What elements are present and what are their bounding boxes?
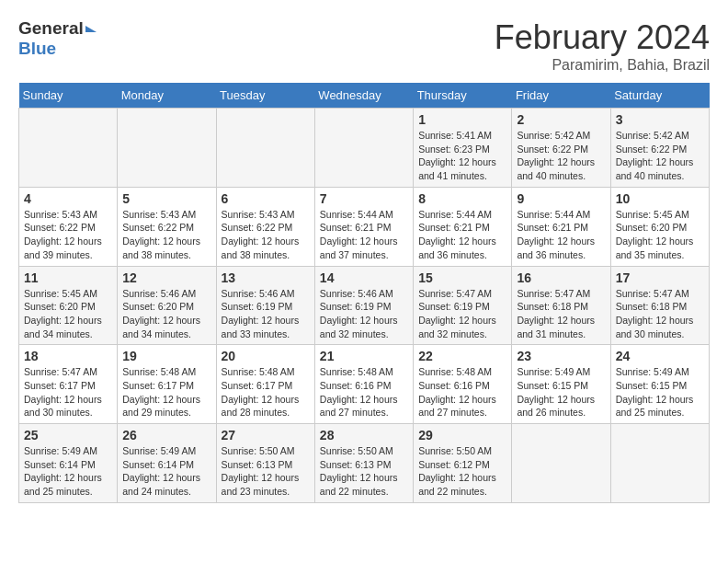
logo-general-text: General <box>18 18 97 39</box>
calendar-week-2: 4Sunrise: 5:43 AM Sunset: 6:22 PM Daylig… <box>19 187 710 266</box>
calendar-cell: 24Sunrise: 5:49 AM Sunset: 6:15 PM Dayli… <box>610 345 709 424</box>
day-info: Sunrise: 5:44 AM Sunset: 6:21 PM Dayligh… <box>418 208 506 262</box>
day-info: Sunrise: 5:47 AM Sunset: 6:18 PM Dayligh… <box>517 287 605 341</box>
day-number: 7 <box>320 191 408 206</box>
day-number: 9 <box>517 191 605 206</box>
calendar-cell: 7Sunrise: 5:44 AM Sunset: 6:21 PM Daylig… <box>314 187 413 266</box>
day-info: Sunrise: 5:43 AM Sunset: 6:22 PM Dayligh… <box>222 208 310 262</box>
day-number: 23 <box>517 349 605 363</box>
calendar-week-3: 11Sunrise: 5:45 AM Sunset: 6:20 PM Dayli… <box>19 266 710 345</box>
calendar-cell: 4Sunrise: 5:43 AM Sunset: 6:22 PM Daylig… <box>19 187 118 266</box>
day-info: Sunrise: 5:45 AM Sunset: 6:20 PM Dayligh… <box>616 208 704 262</box>
calendar-cell: 10Sunrise: 5:45 AM Sunset: 6:20 PM Dayli… <box>610 187 709 266</box>
calendar-cell: 9Sunrise: 5:44 AM Sunset: 6:21 PM Daylig… <box>512 187 610 266</box>
day-number: 11 <box>24 270 112 285</box>
weekday-header-tuesday: Tuesday <box>216 83 314 109</box>
day-number: 28 <box>320 428 408 442</box>
calendar-week-5: 25Sunrise: 5:49 AM Sunset: 6:14 PM Dayli… <box>19 424 710 503</box>
day-number: 15 <box>418 270 506 285</box>
page-header: General Blue February 2024 Paramirim, Ba… <box>18 18 710 74</box>
day-number: 3 <box>616 112 704 127</box>
calendar-cell <box>118 109 216 188</box>
weekday-header-thursday: Thursday <box>414 83 512 109</box>
day-number: 19 <box>122 349 210 363</box>
day-info: Sunrise: 5:44 AM Sunset: 6:21 PM Dayligh… <box>320 208 408 262</box>
calendar-cell: 23Sunrise: 5:49 AM Sunset: 6:15 PM Dayli… <box>512 345 610 424</box>
calendar-table: SundayMondayTuesdayWednesdayThursdayFrid… <box>18 83 710 503</box>
calendar-cell: 15Sunrise: 5:47 AM Sunset: 6:19 PM Dayli… <box>414 266 512 345</box>
calendar-cell: 5Sunrise: 5:43 AM Sunset: 6:22 PM Daylig… <box>118 187 216 266</box>
weekday-header-monday: Monday <box>118 83 216 109</box>
calendar-cell: 3Sunrise: 5:42 AM Sunset: 6:22 PM Daylig… <box>610 109 709 188</box>
calendar-cell: 8Sunrise: 5:44 AM Sunset: 6:21 PM Daylig… <box>414 187 512 266</box>
calendar-header: SundayMondayTuesdayWednesdayThursdayFrid… <box>19 83 710 109</box>
day-number: 25 <box>24 428 112 442</box>
day-info: Sunrise: 5:46 AM Sunset: 6:20 PM Dayligh… <box>122 287 210 341</box>
day-number: 27 <box>222 428 310 442</box>
day-number: 5 <box>122 191 210 206</box>
day-info: Sunrise: 5:50 AM Sunset: 6:13 PM Dayligh… <box>320 444 408 499</box>
calendar-cell: 29Sunrise: 5:50 AM Sunset: 6:12 PM Dayli… <box>414 424 512 503</box>
day-number: 13 <box>222 270 310 285</box>
page-title: February 2024 <box>495 18 710 57</box>
day-number: 6 <box>222 191 310 206</box>
weekday-header-saturday: Saturday <box>610 83 709 109</box>
day-number: 14 <box>320 270 408 285</box>
day-number: 18 <box>24 349 112 363</box>
day-info: Sunrise: 5:50 AM Sunset: 6:12 PM Dayligh… <box>418 444 506 499</box>
calendar-cell: 25Sunrise: 5:49 AM Sunset: 6:14 PM Dayli… <box>19 424 118 503</box>
day-info: Sunrise: 5:49 AM Sunset: 6:14 PM Dayligh… <box>122 444 210 499</box>
weekday-row: SundayMondayTuesdayWednesdayThursdayFrid… <box>19 83 710 109</box>
logo: General Blue <box>18 18 97 59</box>
weekday-header-wednesday: Wednesday <box>314 83 413 109</box>
day-number: 12 <box>122 270 210 285</box>
calendar-cell <box>216 109 314 188</box>
calendar-cell <box>610 424 709 503</box>
calendar-cell: 14Sunrise: 5:46 AM Sunset: 6:19 PM Dayli… <box>314 266 413 345</box>
weekday-header-friday: Friday <box>512 83 610 109</box>
calendar-body: 1Sunrise: 5:41 AM Sunset: 6:23 PM Daylig… <box>19 109 710 503</box>
calendar-cell: 17Sunrise: 5:47 AM Sunset: 6:18 PM Dayli… <box>610 266 709 345</box>
calendar-cell: 28Sunrise: 5:50 AM Sunset: 6:13 PM Dayli… <box>314 424 413 503</box>
day-info: Sunrise: 5:47 AM Sunset: 6:19 PM Dayligh… <box>418 287 506 341</box>
day-info: Sunrise: 5:47 AM Sunset: 6:18 PM Dayligh… <box>616 287 704 341</box>
calendar-cell: 11Sunrise: 5:45 AM Sunset: 6:20 PM Dayli… <box>19 266 118 345</box>
day-number: 17 <box>616 270 704 285</box>
calendar-cell: 12Sunrise: 5:46 AM Sunset: 6:20 PM Dayli… <box>118 266 216 345</box>
day-number: 26 <box>122 428 210 442</box>
calendar-cell: 16Sunrise: 5:47 AM Sunset: 6:18 PM Dayli… <box>512 266 610 345</box>
calendar-cell <box>512 424 610 503</box>
calendar-week-1: 1Sunrise: 5:41 AM Sunset: 6:23 PM Daylig… <box>19 109 710 188</box>
calendar-cell: 2Sunrise: 5:42 AM Sunset: 6:22 PM Daylig… <box>512 109 610 188</box>
calendar-cell <box>19 109 118 188</box>
calendar-cell: 26Sunrise: 5:49 AM Sunset: 6:14 PM Dayli… <box>118 424 216 503</box>
day-number: 8 <box>418 191 506 206</box>
day-number: 21 <box>320 349 408 363</box>
day-info: Sunrise: 5:48 AM Sunset: 6:16 PM Dayligh… <box>320 365 408 419</box>
day-info: Sunrise: 5:50 AM Sunset: 6:13 PM Dayligh… <box>222 444 310 499</box>
day-info: Sunrise: 5:41 AM Sunset: 6:23 PM Dayligh… <box>418 129 506 183</box>
day-info: Sunrise: 5:45 AM Sunset: 6:20 PM Dayligh… <box>24 287 112 341</box>
day-info: Sunrise: 5:49 AM Sunset: 6:15 PM Dayligh… <box>517 365 605 419</box>
day-number: 2 <box>517 112 605 127</box>
day-number: 1 <box>418 112 506 127</box>
calendar-week-4: 18Sunrise: 5:47 AM Sunset: 6:17 PM Dayli… <box>19 345 710 424</box>
day-info: Sunrise: 5:42 AM Sunset: 6:22 PM Dayligh… <box>616 129 704 183</box>
calendar-cell: 18Sunrise: 5:47 AM Sunset: 6:17 PM Dayli… <box>19 345 118 424</box>
day-info: Sunrise: 5:49 AM Sunset: 6:14 PM Dayligh… <box>24 444 112 499</box>
calendar-cell: 21Sunrise: 5:48 AM Sunset: 6:16 PM Dayli… <box>314 345 413 424</box>
logo-wrapper: General Blue <box>18 18 97 59</box>
day-number: 24 <box>616 349 704 363</box>
day-number: 29 <box>418 428 506 442</box>
weekday-header-sunday: Sunday <box>19 83 118 109</box>
day-info: Sunrise: 5:48 AM Sunset: 6:17 PM Dayligh… <box>122 365 210 419</box>
day-number: 16 <box>517 270 605 285</box>
day-info: Sunrise: 5:48 AM Sunset: 6:17 PM Dayligh… <box>222 365 310 419</box>
calendar-cell: 27Sunrise: 5:50 AM Sunset: 6:13 PM Dayli… <box>216 424 314 503</box>
day-number: 10 <box>616 191 704 206</box>
day-number: 20 <box>222 349 310 363</box>
calendar-cell <box>314 109 413 188</box>
day-info: Sunrise: 5:46 AM Sunset: 6:19 PM Dayligh… <box>222 287 310 341</box>
page-subtitle: Paramirim, Bahia, Brazil <box>495 57 710 74</box>
day-number: 4 <box>24 191 112 206</box>
